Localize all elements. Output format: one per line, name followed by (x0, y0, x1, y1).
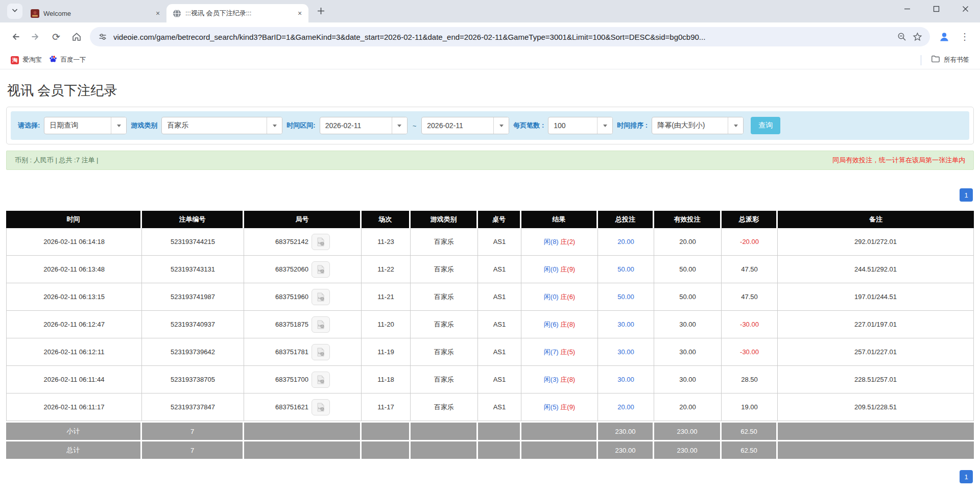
cell-empty (778, 421, 974, 440)
new-tab-button[interactable] (314, 4, 328, 18)
profile-avatar[interactable] (934, 27, 954, 47)
round-id-text: 683752142 (275, 238, 308, 245)
round-media-button[interactable] (312, 344, 330, 360)
welcome-tab-favicon (31, 9, 39, 18)
per-page-dropdown[interactable]: 100 (548, 117, 613, 134)
round-media-button[interactable] (312, 234, 330, 250)
dropdown-arrow-icon[interactable] (597, 117, 612, 134)
cell-empty (778, 440, 974, 459)
tab-betrecord[interactable]: :::视讯 会员下注纪录::: × (166, 4, 308, 22)
query-type-dropdown[interactable]: 日期查询 (44, 117, 127, 134)
back-button[interactable] (5, 27, 26, 47)
bet-records-table: 时间 注单编号 局号 场次 游戏类别 桌号 结果 总投注 有效投注 总派彩 备注… (6, 211, 974, 459)
result-player: 闲(6) (544, 321, 559, 328)
page-1-button[interactable]: 1 (960, 470, 973, 483)
cell-round-id: 683751700 (244, 366, 362, 393)
browser-menu-button[interactable]: ⋮ (954, 27, 975, 47)
film-replay-icon (316, 375, 326, 385)
cell-session: 11-18 (362, 366, 411, 393)
film-replay-icon (316, 264, 326, 275)
cell-total-bet[interactable]: 30.00 (598, 311, 654, 338)
reload-button[interactable]: ⟳ (46, 27, 66, 47)
cell-bet-id: 523193743131 (142, 256, 244, 283)
cell-table-no: AS1 (478, 311, 521, 338)
site-info-icon[interactable] (95, 29, 110, 44)
globe-icon (173, 9, 181, 18)
close-tab-icon[interactable]: × (153, 9, 162, 18)
cell-total-bet[interactable]: 30.00 (598, 338, 654, 366)
date-end-input[interactable]: 2026-02-11 (421, 117, 509, 134)
col-total-bet: 总投注 (598, 211, 654, 228)
cell-total-bet[interactable]: 20.00 (598, 228, 654, 256)
page-1-button[interactable]: 1 (960, 188, 973, 202)
bookmarks-bar: 淘 爱淘宝 百度一下 所有书签 (0, 51, 980, 69)
close-tab-icon[interactable]: × (295, 9, 304, 18)
round-media-button[interactable] (312, 261, 330, 278)
round-media-button[interactable] (312, 289, 330, 305)
bookmark-aitaobao[interactable]: 淘 爱淘宝 (7, 54, 45, 66)
date-start-input[interactable]: 2026-02-11 (320, 117, 408, 134)
all-bookmarks-label: 所有书签 (944, 56, 969, 64)
cell-result: 闲(5) 庄(9) (521, 393, 598, 421)
game-kind-dropdown[interactable]: 百家乐 (161, 117, 282, 134)
close-window-button[interactable] (951, 0, 980, 17)
cell-game-kind: 百家乐 (411, 283, 478, 311)
result-banker: 庄(8) (560, 376, 575, 383)
filter-panel: 请选择: 日期查询 游戏类别 百家乐 时间区间: 2026-02-11 ~ 20… (11, 111, 969, 140)
cell-result: 闲(8) 庄(2) (521, 228, 598, 256)
col-payout: 总派彩 (722, 211, 778, 228)
cell-bet-id: 523193737847 (142, 393, 244, 421)
all-bookmarks-button[interactable]: 所有书签 (927, 53, 973, 67)
date-range-label: 时间区间: (286, 121, 315, 130)
dropdown-arrow-icon[interactable] (728, 117, 743, 134)
cell-total-bet[interactable]: 50.00 (598, 283, 654, 311)
cell-note: 209.51/228.51 (778, 393, 974, 421)
forward-button[interactable] (26, 27, 46, 47)
cell-table-no: AS1 (478, 256, 521, 283)
url-text[interactable]: videoie.com/game/betrecord_search/kind3?… (113, 33, 894, 41)
cell-result: 闲(0) 庄(9) (521, 256, 598, 283)
cell-total-bet[interactable]: 50.00 (598, 256, 654, 283)
per-page-label: 每页笔数 : (513, 121, 544, 130)
time-sort-dropdown[interactable]: 降幂(由大到小) (652, 117, 744, 134)
round-media-button[interactable] (312, 399, 330, 415)
select-type-label: 请选择: (18, 121, 40, 130)
cell-table-no: AS1 (478, 283, 521, 311)
cell-note: 197.01/244.51 (778, 283, 974, 311)
total-count: 7 (142, 440, 244, 459)
dropdown-arrow-icon[interactable] (111, 117, 126, 134)
cell-total-bet[interactable]: 20.00 (598, 393, 654, 421)
date-end-value: 2026-02-11 (422, 117, 493, 134)
home-button[interactable] (66, 27, 87, 47)
round-media-button[interactable] (312, 372, 330, 388)
bookmark-star-icon[interactable] (910, 29, 925, 44)
round-media-button[interactable] (312, 316, 330, 333)
cell-valid-bet: 50.00 (654, 283, 722, 311)
zoom-indicator-icon[interactable] (894, 29, 910, 44)
bookmark-baidu[interactable]: 百度一下 (45, 53, 90, 67)
table-row: 2026-02-11 06:11:44 523193738705 6837517… (6, 366, 974, 393)
window-controls (893, 0, 980, 17)
cell-session: 11-21 (362, 283, 411, 311)
result-player: 闲(5) (544, 403, 559, 411)
search-button[interactable]: 查询 (751, 117, 780, 134)
address-bar[interactable]: videoie.com/game/betrecord_search/kind3?… (90, 27, 930, 46)
dropdown-arrow-icon[interactable] (392, 117, 407, 134)
reload-icon: ⟳ (52, 31, 60, 43)
dropdown-arrow-icon[interactable] (267, 117, 282, 134)
tab-search-button[interactable] (7, 4, 22, 19)
minimize-button[interactable] (893, 0, 922, 17)
col-round-id: 局号 (244, 211, 362, 228)
col-session: 场次 (362, 211, 411, 228)
maximize-button[interactable] (922, 0, 951, 17)
cell-note: 244.51/292.01 (778, 256, 974, 283)
tab-welcome[interactable]: Welcome × (25, 4, 166, 22)
table-row: 2026-02-11 06:11:17 523193737847 6837516… (6, 393, 974, 421)
cell-round-id: 683752060 (244, 256, 362, 283)
cell-session: 11-17 (362, 393, 411, 421)
cell-payout: 47.50 (722, 283, 778, 311)
cell-total-bet[interactable]: 30.00 (598, 366, 654, 393)
dropdown-arrow-icon[interactable] (493, 117, 509, 134)
col-bet-id: 注单编号 (142, 211, 244, 228)
per-page-value: 100 (548, 117, 597, 134)
